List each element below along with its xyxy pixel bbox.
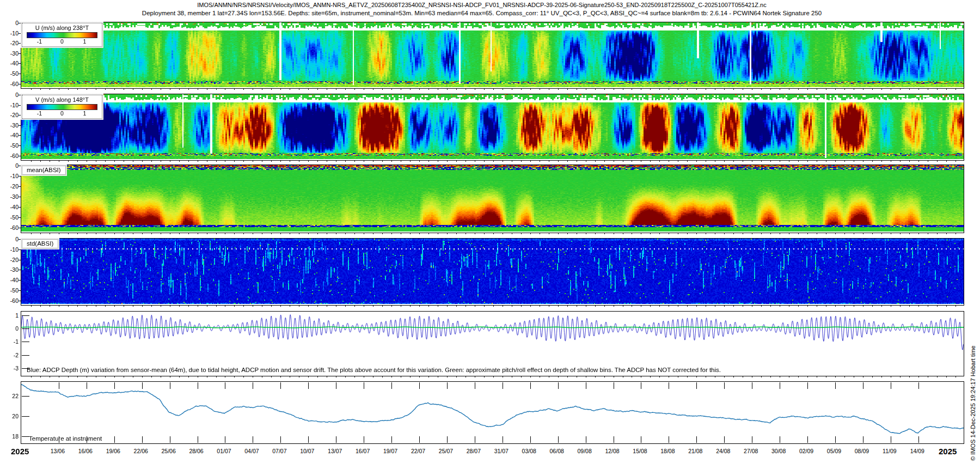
depth-tick-mark: [19, 23, 21, 23]
daily-minor-tick: [391, 160, 392, 162]
date-tick-label: 15/08: [633, 448, 647, 454]
daily-minor-tick: [456, 88, 457, 90]
daily-minor-tick: [928, 88, 928, 90]
daily-minor-tick: [438, 88, 438, 90]
daily-minor-tick: [577, 160, 577, 162]
date-tick-mark: [308, 436, 309, 443]
depth-tick-mark: [19, 280, 21, 281]
date-tick-mark: [170, 382, 170, 389]
daily-minor-tick: [188, 88, 189, 90]
daily-minor-tick: [475, 233, 475, 234]
daily-minor-tick: [503, 233, 503, 234]
date-tick-mark: [835, 382, 836, 389]
daily-minor-tick: [271, 376, 272, 377]
date-tick-mark: [308, 382, 309, 389]
daily-minor-tick: [161, 160, 161, 162]
daily-minor-tick: [521, 160, 522, 162]
daily-minor-tick: [789, 305, 789, 307]
daily-minor-tick: [410, 233, 411, 234]
daily-minor-tick: [900, 88, 901, 90]
daily-minor-tick: [669, 305, 669, 307]
daily-minor-tick: [290, 376, 290, 377]
daily-minor-tick: [87, 376, 87, 377]
daily-minor-tick: [373, 160, 373, 162]
daily-minor-tick: [114, 88, 115, 90]
date-tick-label: 19/06: [106, 448, 120, 454]
daily-minor-tick: [614, 160, 614, 162]
daily-minor-tick: [854, 305, 854, 307]
daily-minor-tick: [142, 376, 143, 377]
daily-minor-tick: [586, 376, 586, 377]
daily-minor-tick: [262, 376, 262, 377]
daily-minor-tick: [669, 233, 669, 234]
daily-minor-tick: [669, 160, 669, 162]
date-tick-mark: [586, 436, 586, 443]
daily-minor-tick: [558, 160, 559, 162]
daily-minor-tick: [798, 233, 799, 234]
daily-minor-tick: [659, 160, 660, 162]
depth-tick-mark: [19, 207, 21, 208]
daily-minor-tick: [604, 160, 605, 162]
date-tick-label: 27/08: [744, 448, 758, 454]
daily-minor-tick: [733, 88, 734, 90]
daily-minor-tick: [216, 233, 217, 234]
date-tick-label: 31/07: [494, 448, 509, 454]
daily-minor-tick: [133, 88, 133, 90]
daily-minor-tick: [290, 88, 290, 90]
daily-minor-tick: [807, 305, 808, 307]
daily-minor-tick: [863, 233, 863, 234]
date-tick-label: 24/08: [716, 448, 730, 454]
daily-minor-tick: [761, 376, 762, 377]
daily-minor-tick: [419, 376, 420, 377]
depth-tick-label: -10: [10, 102, 19, 108]
daily-minor-tick: [687, 160, 688, 162]
daily-minor-tick: [928, 305, 928, 307]
depth-tick-mark: [19, 270, 21, 270]
depth-tick-label: -40: [10, 277, 19, 283]
depth-tick-mark: [19, 63, 21, 64]
daily-minor-tick: [253, 233, 253, 234]
daily-minor-tick: [807, 376, 808, 377]
daily-minor-tick: [354, 233, 355, 234]
daily-minor-tick: [40, 233, 41, 234]
date-tick-mark: [142, 382, 143, 389]
daily-minor-tick: [50, 88, 50, 90]
daily-minor-tick: [161, 376, 161, 377]
daily-minor-tick: [493, 160, 494, 162]
depth-tick-label: -20: [10, 40, 19, 46]
panel-v-velocity: V (m/s) along 148°T -1 0 1 0-10-20-30-40…: [21, 94, 964, 161]
daily-minor-tick: [493, 88, 494, 90]
daily-minor-tick: [262, 88, 262, 90]
date-tick-label: 28/07: [467, 448, 481, 454]
daily-minor-tick: [179, 305, 180, 307]
daily-minor-tick: [77, 233, 78, 234]
daily-minor-tick: [225, 233, 225, 234]
daily-minor-tick: [715, 233, 715, 234]
daily-minor-tick: [216, 376, 217, 377]
daily-minor-tick: [752, 376, 752, 377]
date-tick-label: 21/08: [688, 448, 702, 454]
daily-minor-tick: [900, 305, 901, 307]
daily-minor-tick: [105, 376, 106, 377]
daily-minor-tick: [521, 88, 522, 90]
daily-minor-tick: [243, 305, 244, 307]
depth-tick-mark: [19, 217, 21, 218]
daily-minor-tick: [659, 376, 660, 377]
date-tick-mark: [724, 382, 725, 389]
daily-minor-tick: [641, 305, 641, 307]
daily-minor-tick: [484, 160, 485, 162]
daily-minor-tick: [512, 233, 512, 234]
date-tick-mark: [447, 382, 448, 389]
daily-minor-tick: [317, 160, 318, 162]
v-velocity-heatmap: [21, 94, 964, 159]
temperature-label: Temperature at instrument: [29, 435, 102, 442]
daily-minor-tick: [382, 88, 383, 90]
date-tick-mark: [59, 382, 59, 389]
daily-minor-tick: [382, 305, 383, 307]
date-tick-mark: [198, 382, 198, 389]
daily-minor-tick: [761, 233, 762, 234]
depth-tick-label: -60: [10, 81, 19, 87]
daily-minor-tick: [280, 233, 281, 234]
daily-minor-tick: [540, 376, 540, 377]
daily-minor-tick: [577, 376, 577, 377]
